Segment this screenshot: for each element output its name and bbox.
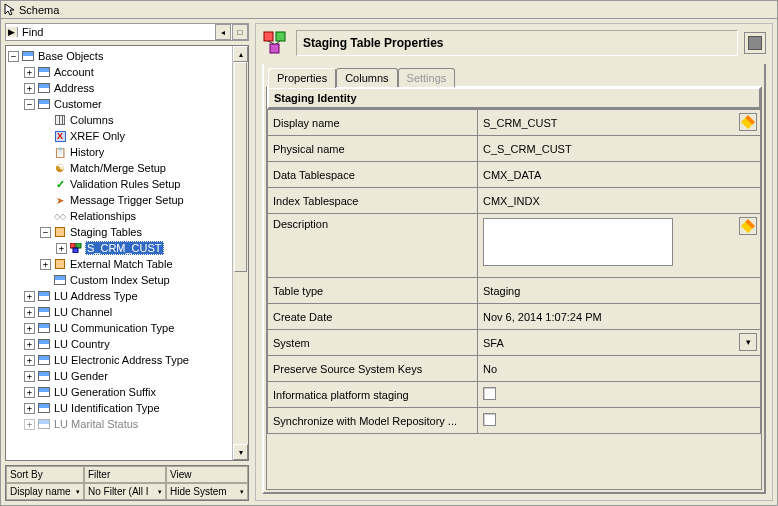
- match-merge-icon: ☯: [53, 161, 67, 175]
- tree-item-xref[interactable]: XREF Only: [69, 130, 126, 142]
- tree-item-msgtrigger[interactable]: Message Trigger Setup: [69, 194, 185, 206]
- view-dropdown[interactable]: Hide System ▾: [166, 483, 248, 500]
- find-prev-button[interactable]: ◂: [215, 24, 231, 40]
- panel-title: Staging Table Properties: [296, 30, 738, 56]
- staging-tables-icon: [53, 225, 67, 239]
- tree-item-scrmcust[interactable]: S_CRM_CUST: [85, 241, 164, 255]
- scroll-thumb[interactable]: [234, 62, 247, 272]
- tree-toggle[interactable]: +: [56, 243, 67, 254]
- tree-toggle[interactable]: −: [8, 51, 19, 62]
- prop-label: Description: [268, 214, 478, 278]
- tab-columns[interactable]: Columns: [336, 68, 397, 87]
- header-view[interactable]: View: [166, 466, 248, 483]
- schema-tree[interactable]: −Base Objects +Account +Address −Custome…: [5, 45, 249, 461]
- sortby-dropdown[interactable]: Display name▾: [6, 483, 84, 500]
- table-icon: [37, 337, 51, 351]
- scroll-up-button[interactable]: ▴: [233, 46, 248, 62]
- dropdown-arrow[interactable]: ▾: [739, 333, 757, 351]
- prop-value-platformstaging[interactable]: [478, 382, 761, 408]
- save-icon: [748, 36, 762, 50]
- description-textarea[interactable]: [483, 218, 673, 266]
- tree-item-relationships[interactable]: Relationships: [69, 210, 137, 222]
- tree-item-account[interactable]: Account: [53, 66, 95, 78]
- tree-item-luid[interactable]: LU Identification Type: [53, 402, 161, 414]
- relationships-icon: ◇◇: [53, 209, 67, 223]
- right-panel: Staging Table Properties Properties Colu…: [255, 23, 773, 501]
- tree-item-customidx[interactable]: Custom Index Setup: [69, 274, 171, 286]
- tab-settings: Settings: [398, 68, 456, 87]
- tree-toggle[interactable]: +: [24, 339, 35, 350]
- tab-properties[interactable]: Properties: [268, 68, 336, 88]
- tree-toggle[interactable]: −: [24, 99, 35, 110]
- find-next-button[interactable]: □: [232, 24, 248, 40]
- pencil-icon: [741, 219, 755, 233]
- prop-value-indexts: CMX_INDX: [478, 188, 761, 214]
- svg-rect-1: [76, 243, 81, 248]
- tree-toggle[interactable]: +: [24, 67, 35, 78]
- tree-item-lugender[interactable]: LU Gender: [53, 370, 109, 382]
- window-title: Schema: [19, 4, 59, 16]
- tree-item-columns[interactable]: Columns: [69, 114, 114, 126]
- tree-toggle[interactable]: +: [24, 387, 35, 398]
- left-panel: ▶ Find ◂ □ −Base Objects +Account +Addre…: [5, 23, 249, 501]
- tree-item-matchmerge[interactable]: Match/Merge Setup: [69, 162, 167, 174]
- tree-toggle[interactable]: +: [24, 419, 35, 430]
- prop-value-sync[interactable]: [478, 408, 761, 434]
- tree-item-lumarital[interactable]: LU Marital Status: [53, 418, 139, 430]
- header-filter[interactable]: Filter: [84, 466, 166, 483]
- prop-value-displayname[interactable]: S_CRM_CUST: [478, 110, 761, 136]
- table-icon: [37, 401, 51, 415]
- table-icon: [37, 97, 51, 111]
- filter-dropdown[interactable]: No Filter (All I▾: [84, 483, 166, 500]
- prop-label: Physical name: [268, 136, 478, 162]
- tree-item-history[interactable]: History: [69, 146, 105, 158]
- edit-button[interactable]: [739, 113, 757, 131]
- table-icon: [37, 369, 51, 383]
- tree-toggle[interactable]: +: [24, 355, 35, 366]
- tree-item-validation[interactable]: Validation Rules Setup: [69, 178, 181, 190]
- prop-value-system[interactable]: SFA▾: [478, 330, 761, 356]
- message-trigger-icon: ➤: [53, 193, 67, 207]
- cursor-icon: [3, 3, 17, 17]
- chevron-down-icon: ▾: [158, 488, 162, 496]
- prop-value-description[interactable]: [478, 214, 761, 278]
- tree-item-lucountry[interactable]: LU Country: [53, 338, 111, 350]
- find-bar: ▶ Find ◂ □: [5, 23, 249, 41]
- tree-toggle[interactable]: +: [24, 83, 35, 94]
- properties-table: Display nameS_CRM_CUST Physical nameC_S_…: [267, 109, 761, 434]
- tree-item-lucomm[interactable]: LU Communication Type: [53, 322, 175, 334]
- tree-item-luaddress[interactable]: LU Address Type: [53, 290, 139, 302]
- checkbox[interactable]: [483, 413, 496, 426]
- tree-item-luchannel[interactable]: LU Channel: [53, 306, 113, 318]
- tree-toggle[interactable]: +: [40, 259, 51, 270]
- prop-label: Preserve Source System Keys: [268, 356, 478, 382]
- tree-toggle[interactable]: +: [24, 307, 35, 318]
- tree-root[interactable]: Base Objects: [37, 50, 104, 62]
- tree-item-lugen[interactable]: LU Generation Suffix: [53, 386, 157, 398]
- tree-toggle[interactable]: +: [24, 291, 35, 302]
- prop-value-tabletype: Staging: [478, 278, 761, 304]
- tree-item-extmatch[interactable]: External Match Table: [69, 258, 174, 270]
- tree-item-stagingtables[interactable]: Staging Tables: [69, 226, 143, 238]
- tree-scrollbar[interactable]: ▴ ▾: [232, 46, 248, 460]
- tree-toggle[interactable]: −: [40, 227, 51, 238]
- edit-button[interactable]: [739, 217, 757, 235]
- history-icon: 📋: [53, 145, 67, 159]
- scroll-down-button[interactable]: ▾: [233, 444, 248, 460]
- prop-label: Synchronize with Model Repository ...: [268, 408, 478, 434]
- tree-toggle[interactable]: +: [24, 403, 35, 414]
- titlebar: Schema: [1, 1, 777, 19]
- table-icon: [37, 65, 51, 79]
- tree-toggle[interactable]: +: [24, 371, 35, 382]
- table-icon: [37, 289, 51, 303]
- save-button[interactable]: [744, 32, 766, 54]
- find-expand-toggle[interactable]: ▶: [6, 27, 18, 37]
- header-sortby[interactable]: Sort By: [6, 466, 84, 483]
- tree-toggle[interactable]: +: [24, 323, 35, 334]
- tree-item-address[interactable]: Address: [53, 82, 95, 94]
- table-icon: [37, 321, 51, 335]
- tree-item-customer[interactable]: Customer: [53, 98, 103, 110]
- svg-rect-4: [276, 32, 285, 41]
- tree-item-luelec[interactable]: LU Electronic Address Type: [53, 354, 190, 366]
- checkbox[interactable]: [483, 387, 496, 400]
